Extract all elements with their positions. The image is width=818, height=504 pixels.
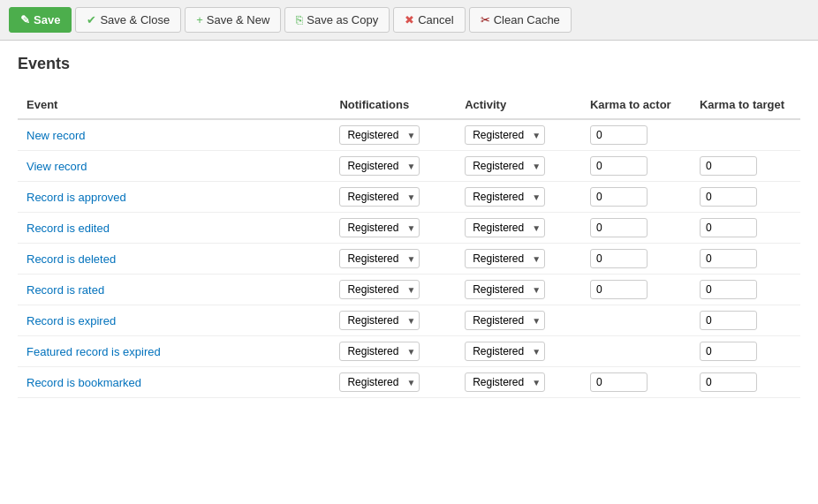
col-header-notifications: Notifications [330,91,456,119]
table-row: Record is deletedRegisteredPublicNobody▼… [18,244,800,275]
activity-select-5[interactable]: RegisteredPublicNobody [465,280,545,299]
save-close-button[interactable]: ✔ Save & Close [75,7,181,33]
notifications-select-5[interactable]: RegisteredPublicNobody [339,280,420,299]
table-row: Record is expiredRegisteredPublicNobody▼… [18,305,800,336]
clean-cache-label: Clean Cache [494,13,560,26]
karma-target-input-8[interactable] [700,372,757,392]
notifications-select-3[interactable]: RegisteredPublicNobody [339,218,420,237]
karma-actor-input-2[interactable] [590,187,648,207]
activity-select-2[interactable]: RegisteredPublicNobody [465,187,545,207]
event-name: Featured record is expired [27,345,161,358]
content-area: Events Event Notifications Activity Karm… [0,41,818,504]
copy-icon: ⎘ [296,13,303,26]
event-name: Record is approved [27,191,126,204]
table-row: Record is bookmarkedRegisteredPublicNobo… [18,367,800,398]
table-row: View recordRegisteredPublicNobody▼Regist… [18,151,800,182]
col-header-activity: Activity [456,91,581,119]
save-close-label: Save & Close [100,13,170,26]
col-header-karma-target: Karma to target [691,91,800,119]
karma-target-input-6[interactable] [700,311,757,330]
karma-actor-input-5[interactable] [590,280,648,299]
activity-select-1[interactable]: RegisteredPublicNobody [465,156,545,176]
event-name: Record is edited [27,222,110,235]
event-name: Record is deleted [27,252,116,266]
activity-select-4[interactable]: RegisteredPublicNobody [465,249,545,268]
clean-cache-button[interactable]: ✂ Clean Cache [469,7,572,33]
save-copy-button[interactable]: ⎘ Save as Copy [284,7,390,33]
save-icon: ✎ [20,13,30,26]
event-name: New record [27,129,85,142]
table-row: Record is ratedRegisteredPublicNobody▼Re… [18,275,800,305]
cancel-icon: ✖ [405,13,414,26]
cancel-button[interactable]: ✖ Cancel [393,7,465,33]
notifications-select-2[interactable]: RegisteredPublicNobody [339,187,420,207]
save-new-button[interactable]: + Save & New [185,7,281,33]
table-row: Featured record is expiredRegisteredPubl… [18,336,800,367]
table-row: Record is editedRegisteredPublicNobody▼R… [18,213,800,244]
karma-target-input-4[interactable] [700,249,757,268]
notifications-select-7[interactable]: RegisteredPublicNobody [339,342,420,361]
karma-actor-input-0[interactable] [590,125,648,145]
table-row: Record is approvedRegisteredPublicNobody… [18,182,800,213]
notifications-select-1[interactable]: RegisteredPublicNobody [339,156,420,176]
table-row: New recordRegisteredPublicNobody▼Registe… [18,119,800,151]
check-icon: ✔ [87,13,96,26]
activity-select-8[interactable]: RegisteredPublicNobody [465,372,545,392]
karma-target-input-1[interactable] [700,156,757,176]
activity-select-0[interactable]: RegisteredPublicNobody [465,125,545,145]
events-table: Event Notifications Activity Karma to ac… [18,91,800,398]
karma-actor-input-1[interactable] [590,156,648,176]
karma-actor-input-8[interactable] [590,372,648,392]
toolbar: ✎ Save ✔ Save & Close + Save & New ⎘ Sav… [0,0,818,41]
notifications-select-6[interactable]: RegisteredPublicNobody [339,311,420,330]
clean-icon: ✂ [481,13,490,26]
save-button[interactable]: ✎ Save [9,7,72,33]
save-label: Save [34,13,60,26]
notifications-select-4[interactable]: RegisteredPublicNobody [339,249,420,268]
col-header-karma-actor: Karma to actor [581,91,691,119]
notifications-select-8[interactable]: RegisteredPublicNobody [339,372,420,392]
event-name: Record is expired [27,314,116,327]
karma-target-input-7[interactable] [700,342,757,361]
save-new-label: Save & New [207,13,270,26]
cancel-label: Cancel [418,13,453,26]
event-name: Record is bookmarked [27,376,141,389]
activity-select-7[interactable]: RegisteredPublicNobody [465,342,545,361]
karma-target-input-5[interactable] [700,280,757,299]
notifications-select-0[interactable]: RegisteredPublicNobody [339,125,420,145]
activity-select-3[interactable]: RegisteredPublicNobody [465,218,545,237]
plus-icon: + [196,13,203,26]
table-header-row: Event Notifications Activity Karma to ac… [18,91,800,119]
event-name: Record is rated [27,283,104,297]
save-copy-label: Save as Copy [307,13,378,26]
karma-target-input-3[interactable] [700,218,757,237]
section-title: Events [18,55,800,73]
karma-actor-input-4[interactable] [590,249,648,268]
col-header-event: Event [18,91,330,119]
event-name: View record [27,160,87,173]
activity-select-6[interactable]: RegisteredPublicNobody [465,311,545,330]
karma-target-input-2[interactable] [700,187,757,207]
karma-actor-input-3[interactable] [590,218,648,237]
